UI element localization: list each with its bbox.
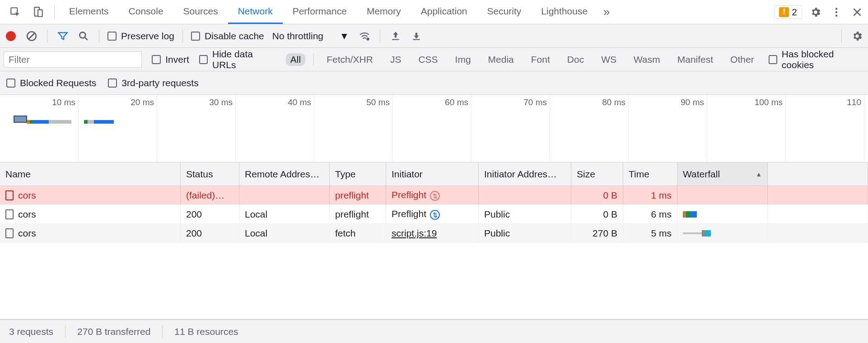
checkbox-icon	[199, 55, 208, 64]
type-chip-fetch-xhr[interactable]: Fetch/XHR	[322, 53, 378, 66]
type-chip-manifest[interactable]: Manifest	[673, 53, 718, 66]
record-icon	[6, 31, 16, 41]
cell-remote: Local	[239, 224, 330, 242]
timeline-tick: 40 ms	[236, 95, 314, 162]
cell-initiator-addr: Public	[479, 224, 571, 242]
more-tabs-chevron-icon[interactable]: »	[599, 5, 614, 19]
preserve-log-checkbox[interactable]: Preserve log	[107, 31, 174, 42]
checkbox-icon	[107, 32, 117, 41]
waterfall-bar	[683, 211, 697, 218]
search-icon[interactable]	[76, 29, 91, 43]
table-row[interactable]: cors200Localfetchscript.js:19Public270 B…	[0, 224, 868, 243]
gear-icon[interactable]	[850, 29, 864, 43]
sort-asc-icon: ▲	[756, 171, 762, 178]
column-header-initiator[interactable]: Initiator	[386, 162, 479, 185]
status-transferred: 270 B transferred	[77, 326, 150, 337]
hide-data-urls-checkbox[interactable]: Hide data URLs	[199, 49, 276, 70]
issues-badge[interactable]: ! 2	[774, 5, 802, 19]
column-header-name[interactable]: Name	[0, 162, 181, 185]
divider	[99, 29, 99, 43]
tabstrip-tools	[4, 5, 50, 19]
tab-lighthouse[interactable]: Lighthouse	[531, 0, 597, 24]
timeline-tick: 90 ms	[629, 95, 707, 162]
type-chip-font[interactable]: Font	[527, 53, 555, 66]
cell-name: cors	[0, 224, 181, 242]
column-header-type[interactable]: Type	[330, 162, 386, 185]
type-chip-img[interactable]: Img	[451, 53, 476, 66]
timeline-tick: 20 ms	[79, 95, 157, 162]
column-header-remote-addres-[interactable]: Remote Addres…	[239, 162, 330, 185]
divider	[380, 29, 380, 43]
network-filter-bar-2: Blocked Requests 3rd-party requests	[0, 71, 868, 95]
timeline-tick: 50 ms	[314, 95, 393, 162]
tab-memory[interactable]: Memory	[357, 0, 411, 24]
export-har-icon[interactable]	[409, 29, 424, 43]
type-chip-ws[interactable]: WS	[597, 53, 621, 66]
timeline-tick: 60 ms	[393, 95, 471, 162]
svg-point-3	[835, 8, 837, 9]
network-overview-timeline[interactable]: 10 ms20 ms30 ms40 ms50 ms60 ms70 ms80 ms…	[0, 95, 868, 162]
cell-size: 0 B	[571, 186, 623, 204]
cell-rest	[768, 186, 868, 204]
tab-console[interactable]: Console	[119, 0, 173, 24]
table-row[interactable]: cors200LocalpreflightPreflight⇅Public0 B…	[0, 205, 868, 224]
tick-label: 70 ms	[523, 97, 547, 107]
import-har-icon[interactable]	[388, 29, 403, 43]
type-chip-media[interactable]: Media	[484, 53, 518, 66]
tab-elements[interactable]: Elements	[59, 0, 119, 24]
cell-initiator-addr: Public	[479, 205, 571, 223]
column-header-waterfall[interactable]: Waterfall▲	[677, 162, 768, 185]
throttling-select[interactable]: No throttling ▼	[271, 31, 351, 42]
cell-remote	[239, 186, 330, 204]
table-header[interactable]: NameStatusRemote Addres…TypeInitiatorIni…	[0, 162, 868, 186]
status-resources: 11 B resources	[174, 326, 238, 337]
gear-icon[interactable]	[808, 5, 823, 19]
cell-initiator-addr	[479, 186, 571, 204]
cell-waterfall	[677, 224, 768, 242]
timeline-tick: 30 ms	[157, 95, 236, 162]
network-conditions-icon[interactable]	[357, 29, 372, 43]
disable-cache-label: Disable cache	[205, 31, 264, 42]
cell-initiator: script.js:19	[386, 224, 479, 242]
tab-performance[interactable]: Performance	[283, 0, 357, 24]
throttling-value: No throttling	[272, 31, 323, 42]
type-chip-wasm[interactable]: Wasm	[629, 53, 665, 66]
cell-waterfall	[677, 205, 768, 223]
blocked-requests-checkbox[interactable]: Blocked Requests	[6, 78, 96, 88]
tab-network[interactable]: Network	[228, 0, 283, 24]
column-header-initiator-addres-[interactable]: Initiator Addres…	[479, 162, 571, 185]
cell-name: cors	[0, 186, 181, 204]
kebab-menu-icon[interactable]	[829, 5, 844, 19]
clear-icon[interactable]	[24, 29, 39, 43]
disable-cache-checkbox[interactable]: Disable cache	[191, 31, 264, 42]
cell-status: 200	[181, 205, 239, 223]
type-chip-css[interactable]: CSS	[414, 53, 442, 66]
svg-point-5	[835, 14, 837, 16]
filter-input[interactable]	[4, 51, 142, 68]
close-icon[interactable]	[850, 5, 864, 19]
type-chip-doc[interactable]: Doc	[563, 53, 588, 66]
has-blocked-cookies-checkbox[interactable]: Has blocked cookies	[769, 49, 864, 70]
invert-checkbox[interactable]: Invert	[152, 54, 189, 65]
file-icon	[5, 190, 14, 200]
filter-icon[interactable]	[56, 29, 70, 43]
tabstrip-right: ! 2	[774, 5, 864, 19]
type-chip-js[interactable]: JS	[386, 53, 406, 66]
column-header-size[interactable]: Size	[571, 162, 623, 185]
device-toolbar-icon[interactable]	[31, 5, 45, 19]
column-header-status[interactable]: Status	[181, 162, 239, 185]
cell-size: 0 B	[571, 205, 623, 223]
tab-sources[interactable]: Sources	[173, 0, 228, 24]
column-header-time[interactable]: Time	[623, 162, 677, 185]
divider	[313, 53, 314, 66]
table-row[interactable]: cors(failed)…preflightPreflight⇅0 B1 ms	[0, 186, 868, 205]
type-chip-all[interactable]: All	[286, 53, 305, 66]
tab-application[interactable]: Application	[411, 0, 477, 24]
checkbox-icon	[191, 32, 200, 41]
tab-security[interactable]: Security	[477, 0, 531, 24]
inspect-element-icon[interactable]	[8, 5, 23, 19]
record-button[interactable]	[4, 29, 18, 43]
type-chip-other[interactable]: Other	[726, 53, 759, 66]
cell-initiator: Preflight⇅	[386, 186, 479, 204]
third-party-checkbox[interactable]: 3rd-party requests	[108, 78, 198, 88]
